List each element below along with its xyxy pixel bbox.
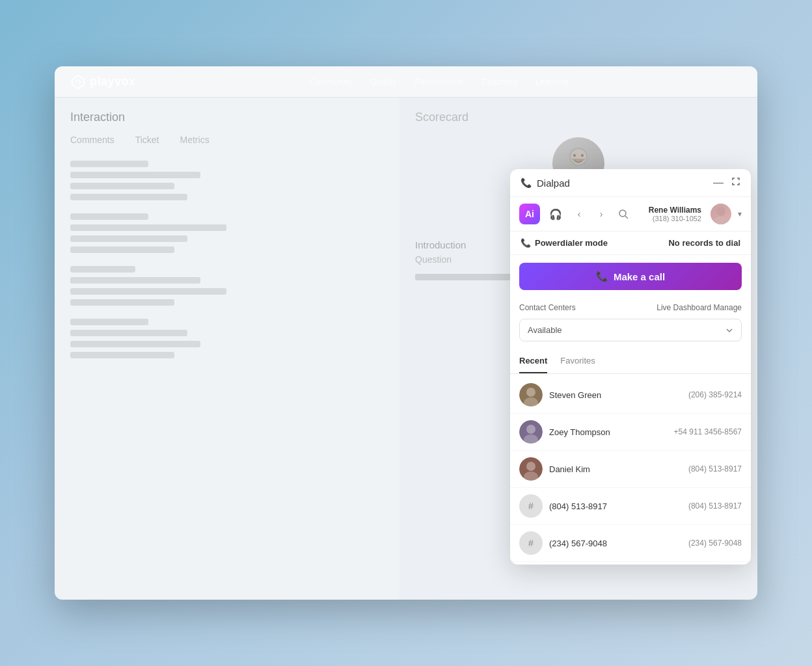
contact-name: Daniel Kim — [549, 464, 682, 474]
available-text: Available — [528, 325, 562, 335]
tab-bar: Comments Ticket Metrics — [70, 135, 384, 148]
svg-marker-0 — [72, 75, 84, 88]
contact-list-item[interactable]: # (804) 513-8917 (804) 513-8917 — [510, 488, 751, 525]
powerdialer-label: Powerdialer mode — [535, 238, 608, 248]
skeleton-group-2 — [70, 213, 384, 253]
logo-text: playvox — [90, 75, 136, 88]
question-label: Question — [415, 254, 452, 265]
nav-quality[interactable]: Quality — [370, 77, 396, 87]
skeleton-line — [70, 341, 200, 347]
contact-list: Steven Green (206) 385-9214 Zoey Thompso… — [510, 374, 751, 565]
contact-name: Zoey Thompson — [549, 427, 668, 437]
minimize-button[interactable]: — — [713, 177, 724, 189]
svg-point-5 — [581, 154, 584, 157]
skeleton-line — [70, 319, 148, 325]
contact-avatar — [519, 420, 543, 444]
tab-metrics[interactable]: Metrics — [180, 135, 210, 148]
nav-links: Community Quality Performance Coaching L… — [136, 77, 742, 87]
nav-coaching[interactable]: Coaching — [481, 77, 517, 87]
user-name: Rene Williams — [638, 206, 701, 215]
dialpad-controls: — — [713, 177, 740, 189]
headset-icon: 🎧 — [547, 205, 565, 223]
svg-point-9 — [713, 217, 729, 224]
skeleton-line — [70, 299, 174, 306]
nav-performance[interactable]: Performance — [414, 77, 463, 87]
dialpad-title: Dialpad — [537, 178, 570, 189]
dropdown-chevron-icon — [725, 326, 733, 334]
expand-button[interactable] — [731, 177, 740, 189]
app-window: playvox Community Quality Performance Co… — [55, 66, 757, 600]
left-panel: Interaction Comments Ticket Metrics — [55, 98, 399, 600]
contact-avatar — [519, 383, 543, 406]
svg-point-17 — [526, 462, 535, 471]
contact-phone: (234) 567-9048 — [688, 539, 742, 548]
svg-point-4 — [573, 154, 576, 157]
main-content: Interaction Comments Ticket Metrics — [55, 98, 757, 600]
next-arrow[interactable]: › — [593, 206, 609, 222]
user-phone: (318) 310-1052 — [638, 215, 701, 222]
phone-small-icon: 📞 — [521, 238, 531, 248]
make-call-button[interactable]: 📞 Make a call — [519, 263, 742, 290]
contact-list-item[interactable]: # (234) 567-9048 (234) 567-9048 — [510, 525, 751, 562]
skeleton-line — [70, 266, 135, 273]
contact-phone: (206) 385-9214 — [688, 390, 742, 399]
contact-list-item[interactable]: Steven Green (206) 385-9214 — [510, 377, 751, 414]
top-bar: playvox Community Quality Performance Co… — [55, 66, 757, 98]
search-icon[interactable] — [616, 206, 631, 222]
contact-avatar-hash: # — [519, 531, 543, 555]
contact-centers-row: Contact Centers Live Dashboard Manage — [510, 298, 751, 315]
skeleton-line — [70, 194, 187, 200]
make-call-label: Make a call — [614, 271, 665, 282]
dialpad-title-row: 📞 Dialpad — [521, 178, 570, 189]
prev-arrow[interactable]: ‹ — [571, 206, 587, 222]
powerdialer-mode-section: 📞 Powerdialer mode — [521, 238, 608, 248]
nav-learning[interactable]: Learning — [535, 77, 569, 87]
ai-icon: Ai — [519, 204, 540, 224]
available-dropdown[interactable]: Available — [519, 319, 742, 341]
skeleton-line — [70, 330, 187, 336]
svg-point-6 — [619, 210, 626, 217]
tab-ticket[interactable]: Ticket — [135, 135, 159, 148]
tab-recent[interactable]: Recent — [519, 349, 547, 373]
contact-phone: (804) 513-8917 — [688, 501, 742, 511]
make-call-phone-icon: 📞 — [596, 271, 608, 282]
phone-icon: 📞 — [521, 178, 532, 188]
dialpad-popup: 📞 Dialpad — Ai 🎧 — [510, 169, 751, 565]
live-dashboard-label: Live Dashboard Manage — [656, 303, 742, 312]
skeleton-line — [70, 224, 226, 231]
contact-phone: +54 911 3456-8567 — [674, 427, 742, 436]
skeleton-line — [70, 161, 148, 167]
skeleton-line — [70, 246, 174, 253]
interaction-title: Interaction — [70, 111, 384, 124]
skeleton-group-3 — [70, 266, 384, 306]
skeleton-group-4 — [70, 319, 384, 358]
contact-list-item[interactable]: Daniel Kim (804) 513-8917 — [510, 451, 751, 488]
skeleton-line — [70, 235, 187, 242]
dialpad-toolbar: Ai 🎧 ‹ › Rene Williams (318) 310-1052 — [510, 197, 751, 232]
skeleton-group-1 — [70, 161, 384, 200]
scorecard-title: Scorecard — [415, 111, 742, 124]
dialpad-header: 📞 Dialpad — — [510, 169, 751, 197]
tab-favorites[interactable]: Favorites — [560, 349, 595, 373]
skeleton-line — [70, 172, 200, 178]
contact-avatar — [519, 457, 543, 481]
contact-name: (804) 513-8917 — [549, 501, 682, 511]
chevron-down-icon[interactable]: ▾ — [738, 209, 742, 219]
right-panel: Scorecard Interaction — [399, 98, 757, 600]
contact-centers-label: Contact Centers — [519, 303, 576, 312]
skeleton-line — [70, 288, 226, 295]
svg-point-11 — [526, 388, 535, 397]
svg-line-7 — [625, 216, 628, 219]
nav-community[interactable]: Community — [309, 77, 352, 87]
user-info: Rene Williams (318) 310-1052 — [638, 206, 701, 222]
tab-comments[interactable]: Comments — [70, 135, 115, 148]
contact-list-item[interactable]: Zoey Thompson +54 911 3456-8567 — [510, 414, 751, 451]
svg-point-14 — [526, 425, 535, 434]
skeleton-line — [70, 277, 200, 284]
skeleton-line — [70, 183, 174, 189]
skeleton-line — [70, 352, 174, 358]
skeleton-line — [70, 213, 148, 220]
logo: playvox — [70, 74, 136, 90]
user-avatar — [710, 204, 731, 224]
recent-favorites-tabs: Recent Favorites — [510, 349, 751, 374]
